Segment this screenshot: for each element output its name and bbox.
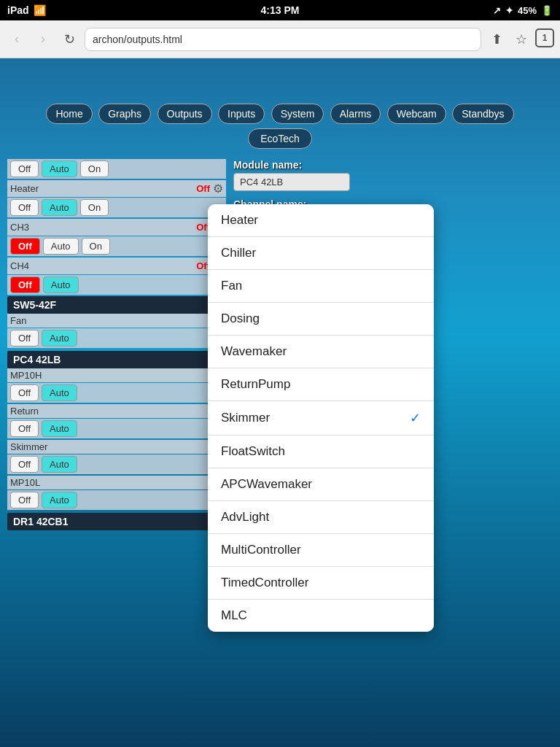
left-panel: Off Auto On Heater Off ⚙ Off Auto On CH3…: [7, 159, 226, 530]
share-button[interactable]: ⬆: [486, 28, 508, 50]
dropdown-item-heater[interactable]: Heater: [208, 204, 434, 237]
skimmer-ctrl: Off Auto: [7, 454, 226, 474]
dropdown-item-heater-label: Heater: [221, 213, 258, 228]
main-content: ARCHON Home Graphs Outputs Inputs System…: [0, 58, 560, 747]
off-btn-3-red[interactable]: Off: [10, 238, 40, 255]
auto-btn-4[interactable]: Auto: [43, 276, 79, 293]
fan-ctrl-row: Off Auto: [7, 328, 226, 348]
nav-ecotech[interactable]: EcoTech: [248, 128, 312, 149]
ch3-label: CH3: [10, 222, 193, 233]
auto-btn-1[interactable]: Auto: [42, 160, 77, 177]
dropdown-item-fan[interactable]: Fan: [208, 270, 434, 303]
dropdown-item-advlight[interactable]: AdvLight: [208, 501, 434, 534]
sw5-section: SW5-42F Fan On Off Auto: [7, 296, 226, 348]
heater-row: Heater Off ⚙: [7, 180, 226, 197]
bluetooth-icon: ✦: [505, 5, 513, 16]
auto-btn-3-white[interactable]: Auto: [43, 238, 79, 255]
mp10l-auto-btn[interactable]: Auto: [42, 492, 77, 508]
nav-webcam[interactable]: Webcam: [387, 104, 446, 124]
dropdown-item-wavemaker[interactable]: Wavemaker: [208, 336, 434, 368]
mp10h-auto-btn[interactable]: Auto: [42, 384, 77, 401]
pc4-section: PC4 42LB MP10H On Off Auto Return On Off: [7, 351, 226, 510]
channel-ctrl-row-1: Off Auto On: [7, 159, 226, 179]
url-bar[interactable]: archon/outputs.html: [85, 28, 481, 51]
skimmer-checkmark-icon: ✓: [410, 410, 421, 426]
dropdown-item-fan-label: Fan: [221, 279, 242, 293]
dropdown-item-timedcontroller[interactable]: TimedController: [208, 567, 434, 600]
dropdown-item-wavemaker-label: Wavemaker: [221, 344, 287, 359]
mp10h-off-btn[interactable]: Off: [10, 384, 39, 401]
function-dropdown: Heater Chiller Fan Dosing Wavemaker Retu…: [208, 204, 434, 632]
off-btn-2[interactable]: Off: [10, 199, 39, 216]
module-name-group: Module name: PC4 42LB: [233, 159, 553, 191]
dropdown-item-dosing[interactable]: Dosing: [208, 303, 434, 336]
return-label: Return: [10, 406, 207, 417]
dr1-header: DR1 42CB1: [7, 513, 226, 530]
nav-bar: Home Graphs Outputs Inputs System Alarms…: [0, 99, 560, 155]
back-button[interactable]: ‹: [6, 28, 28, 50]
return-off-btn[interactable]: Off: [10, 420, 39, 437]
dropdown-item-returnpump[interactable]: ReturnPump: [208, 368, 434, 401]
reload-button[interactable]: ↻: [58, 28, 80, 50]
off-btn-1[interactable]: Off: [10, 160, 39, 177]
on-btn-2[interactable]: On: [80, 199, 109, 216]
dropdown-item-multicontroller[interactable]: MultiController: [208, 534, 434, 567]
skimmer-label: Skimmer: [10, 441, 207, 452]
dropdown-item-mlc[interactable]: MLC: [208, 600, 434, 632]
dropdown-item-advlight-label: AdvLight: [221, 510, 269, 525]
dropdown-item-chiller-label: Chiller: [221, 246, 256, 260]
on-btn-1[interactable]: On: [80, 160, 109, 177]
browser-actions: ⬆ ☆ 1: [486, 28, 554, 50]
location-icon: ↗: [493, 5, 501, 16]
dropdown-item-timedcontroller-label: TimedController: [221, 576, 308, 590]
nav-inputs[interactable]: Inputs: [218, 104, 265, 124]
status-bar: iPad 📶 4:13 PM ↗ ✦ 45% 🔋: [0, 0, 560, 20]
status-left: iPad 📶: [7, 4, 46, 16]
dropdown-item-floatswitch[interactable]: FloatSwitch: [208, 436, 434, 468]
fan-auto-btn[interactable]: Auto: [42, 330, 77, 347]
browser-chrome: ‹ › ↻ archon/outputs.html ⬆ ☆ 1: [0, 20, 560, 58]
battery-label: 45%: [518, 5, 537, 16]
dropdown-item-chiller[interactable]: Chiller: [208, 237, 434, 270]
sw5-header: SW5-42F: [7, 296, 226, 314]
fan-label: Fan: [10, 315, 207, 326]
heater-label: Heater: [10, 183, 193, 194]
mp10l-off-btn[interactable]: Off: [10, 492, 39, 508]
mp10l-row: MP10L On: [7, 476, 226, 489]
skimmer-auto-btn[interactable]: Auto: [42, 456, 77, 473]
return-auto-btn[interactable]: Auto: [42, 420, 77, 437]
dropdown-item-mlc-label: MLC: [221, 608, 247, 623]
dropdown-item-apcwavemaker[interactable]: APCWavemaker: [208, 468, 434, 501]
auto-btn-2[interactable]: Auto: [42, 199, 77, 216]
return-ctrl: Off Auto: [7, 419, 226, 438]
fan-off-btn[interactable]: Off: [10, 330, 39, 347]
heater-gear-icon[interactable]: ⚙: [213, 182, 223, 196]
module-name-input[interactable]: PC4 42LB: [233, 173, 350, 191]
ch4-row: CH4 Off ⚙: [7, 258, 226, 274]
on-btn-3[interactable]: On: [82, 238, 110, 255]
channel-ctrl-row-3: Off Auto On: [7, 236, 226, 256]
bookmark-button[interactable]: ☆: [510, 28, 532, 50]
status-time: 4:13 PM: [261, 4, 300, 16]
fan-row: Fan On: [7, 314, 226, 328]
carrier-label: iPad: [7, 4, 29, 16]
nav-standbys[interactable]: Standbys: [452, 104, 513, 124]
ch3-row: CH3 Off ⚙: [7, 219, 226, 236]
wifi-icon: 📶: [34, 4, 46, 16]
channel-ctrl-row-4: Off Auto: [7, 275, 226, 295]
nav-alarms[interactable]: Alarms: [330, 104, 381, 124]
dropdown-item-dosing-label: Dosing: [221, 311, 260, 326]
dropdown-item-skimmer[interactable]: Skimmer ✓: [208, 401, 434, 436]
tab-badge[interactable]: 1: [535, 28, 554, 47]
nav-outputs[interactable]: Outputs: [158, 104, 212, 124]
pc4-header: PC4 42LB: [7, 351, 226, 368]
mp10h-row: MP10H On: [7, 368, 226, 382]
heater-status: Off: [196, 183, 210, 194]
skimmer-off-btn[interactable]: Off: [10, 456, 39, 473]
off-btn-4-red[interactable]: Off: [10, 276, 40, 293]
nav-graphs[interactable]: Graphs: [98, 104, 151, 124]
forward-button[interactable]: ›: [32, 28, 54, 50]
nav-system[interactable]: System: [271, 104, 324, 124]
mp10l-ctrl: Off Auto: [7, 490, 226, 510]
nav-home[interactable]: Home: [46, 104, 92, 124]
